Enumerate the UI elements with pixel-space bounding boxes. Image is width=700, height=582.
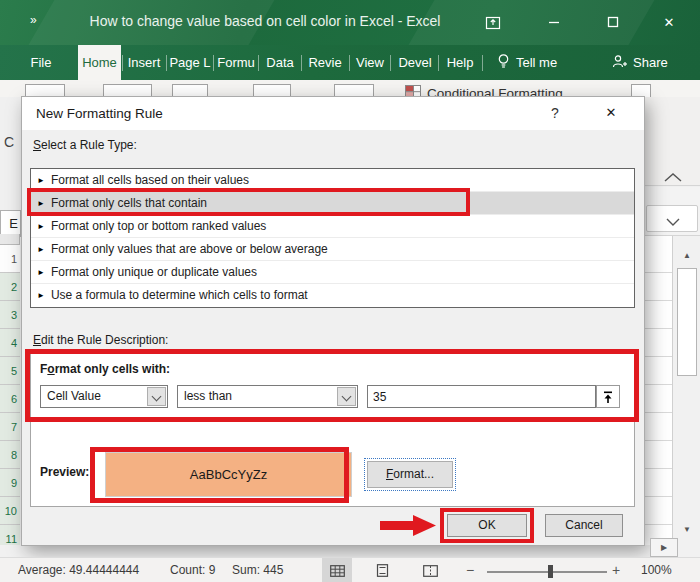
row-header[interactable]: 3	[0, 301, 20, 329]
row-headers: 1 2 3 4 5 6 7 8 9 10 11	[0, 245, 20, 557]
lightbulb-icon	[497, 53, 510, 73]
tab-separator	[122, 55, 123, 71]
format-preview-swatch: AaBbCcYyZz	[105, 452, 352, 497]
condition-operator-dropdown[interactable]: less than	[177, 385, 358, 408]
tab-developer[interactable]: Devel	[392, 45, 438, 80]
row-header[interactable]: 2	[0, 273, 20, 301]
rule-type-label: Format all cells based on their values	[51, 173, 249, 187]
rule-type-item[interactable]: ►Format all cells based on their values	[31, 169, 634, 192]
collapse-range-icon	[602, 390, 614, 404]
dialog-title-bar: New Formatting Rule ? ✕	[22, 97, 644, 130]
tab-review[interactable]: Revie	[303, 45, 347, 80]
rule-type-label: Format only unique or duplicate values	[51, 265, 257, 279]
zoom-level[interactable]: 100%	[641, 558, 672, 582]
focw-rest: rmat only cells with:	[55, 362, 170, 376]
ribbon-tab-bar: File Home Insert Page L Formu Data Revie…	[0, 45, 700, 80]
ribbon-content-strip: Conditional Formatting	[0, 80, 700, 97]
row-header[interactable]: 10	[0, 497, 20, 525]
select-rule-type-label-rest: elect a Rule Type:	[41, 138, 137, 152]
rule-type-item[interactable]: ►Format only unique or duplicate values	[31, 261, 634, 284]
formula-bar-expand-icon[interactable]	[665, 213, 681, 231]
tab-view[interactable]: View	[351, 45, 389, 80]
maximize-icon[interactable]	[600, 10, 626, 34]
rule-type-item[interactable]: ►Format only values that are above or be…	[31, 238, 634, 261]
name-box[interactable]: E	[0, 210, 21, 237]
dialog-close-icon[interactable]: ✕	[589, 99, 633, 127]
edit-rule-label-underline: E	[33, 333, 41, 347]
tab-page-layout[interactable]: Page L	[168, 45, 212, 80]
close-icon[interactable]: ✕	[656, 10, 682, 34]
rule-type-label: Format only cells that contain	[51, 196, 207, 210]
tab-formulas[interactable]: Formu	[215, 45, 257, 80]
scroll-right-icon[interactable]: ▶	[650, 538, 678, 557]
row-header[interactable]: 1	[0, 245, 20, 273]
rule-type-item-selected[interactable]: ►Format only cells that contain	[31, 192, 634, 215]
row-header[interactable]: 5	[0, 357, 20, 385]
vertical-scrollbar-thumb[interactable]	[677, 268, 697, 376]
status-sum: Sum: 445	[232, 558, 283, 582]
tab-help[interactable]: Help	[440, 45, 480, 80]
share-label: Share	[633, 55, 668, 70]
ribbon-control-partial	[253, 84, 291, 97]
excel-window: » How to change value based on cell colo…	[0, 0, 700, 582]
row-header[interactable]: 6	[0, 385, 20, 413]
tab-separator	[301, 55, 302, 71]
vertical-scrollbar[interactable]: ▲ ▼	[672, 236, 700, 557]
format-button-rest: ormat...	[393, 467, 434, 481]
rule-description-groupbox: Format only cells with: Cell Value less …	[30, 352, 635, 507]
tab-separator	[349, 55, 350, 71]
status-average: Average: 49.44444444	[18, 558, 139, 582]
row-header[interactable]: 8	[0, 441, 20, 469]
rule-bullet-icon: ►	[37, 268, 45, 277]
status-count: Count: 9	[170, 558, 215, 582]
normal-view-icon[interactable]	[322, 558, 352, 582]
rule-type-list: ►Format all cells based on their values …	[30, 168, 635, 308]
tab-file[interactable]: File	[20, 45, 62, 80]
select-all-corner[interactable]	[0, 234, 20, 245]
minimize-icon[interactable]	[541, 10, 567, 34]
row-header[interactable]: 4	[0, 329, 20, 357]
zoom-in-icon[interactable]: +	[612, 558, 620, 582]
select-rule-type-label: Select a Rule Type:	[33, 138, 137, 152]
ribbon-partial-text: C	[4, 134, 14, 150]
row-header[interactable]: 7	[0, 413, 20, 441]
condition-value-input[interactable]	[367, 385, 596, 408]
scroll-up-icon[interactable]: ▲	[676, 246, 698, 265]
dropdown-button[interactable]	[337, 387, 356, 406]
tab-data[interactable]: Data	[260, 45, 300, 80]
ribbon-display-options-icon[interactable]	[480, 10, 506, 34]
zoom-out-icon[interactable]: −	[466, 558, 474, 582]
share-control[interactable]: Share	[612, 45, 668, 80]
format-button[interactable]: Format...	[367, 461, 453, 488]
ribbon-control-partial	[25, 84, 65, 97]
conditional-formatting-label[interactable]: Conditional Formatting	[427, 86, 563, 97]
collapse-ribbon-icon[interactable]	[663, 170, 683, 188]
rule-type-item[interactable]: ►Format only top or bottom ranked values	[31, 215, 634, 238]
dialog-help-icon[interactable]: ?	[539, 99, 571, 127]
zoom-slider-track[interactable]	[487, 571, 607, 573]
tab-separator	[258, 55, 259, 71]
tell-me-label: Tell me	[516, 55, 557, 70]
ribbon-control-partial	[172, 84, 208, 97]
collapse-dialog-button[interactable]	[596, 385, 620, 408]
condition-field-value: Cell Value	[47, 386, 101, 407]
zoom-slider-thumb[interactable]	[548, 565, 553, 578]
rule-type-item[interactable]: ►Use a formula to determine which cells …	[31, 284, 634, 307]
page-layout-view-icon[interactable]	[368, 558, 396, 582]
scroll-down-icon[interactable]: ▼	[676, 520, 698, 539]
cancel-button[interactable]: Cancel	[545, 514, 623, 537]
tab-insert[interactable]: Insert	[124, 45, 164, 80]
condition-field-dropdown[interactable]: Cell Value	[40, 385, 168, 408]
focw-underline: o	[47, 362, 54, 376]
ok-button[interactable]: OK	[447, 514, 527, 537]
quick-access-overflow-icon[interactable]: »	[30, 13, 36, 27]
tell-me-control[interactable]: Tell me	[497, 45, 557, 80]
tab-separator	[482, 55, 483, 71]
preview-label: Preview:	[40, 465, 89, 479]
format-only-cells-with-label: Format only cells with:	[40, 362, 170, 376]
row-header[interactable]: 9	[0, 469, 20, 497]
tab-separator	[438, 55, 439, 71]
tab-home[interactable]: Home	[78, 45, 121, 80]
page-break-view-icon[interactable]	[416, 558, 444, 582]
dropdown-button[interactable]	[147, 387, 166, 406]
